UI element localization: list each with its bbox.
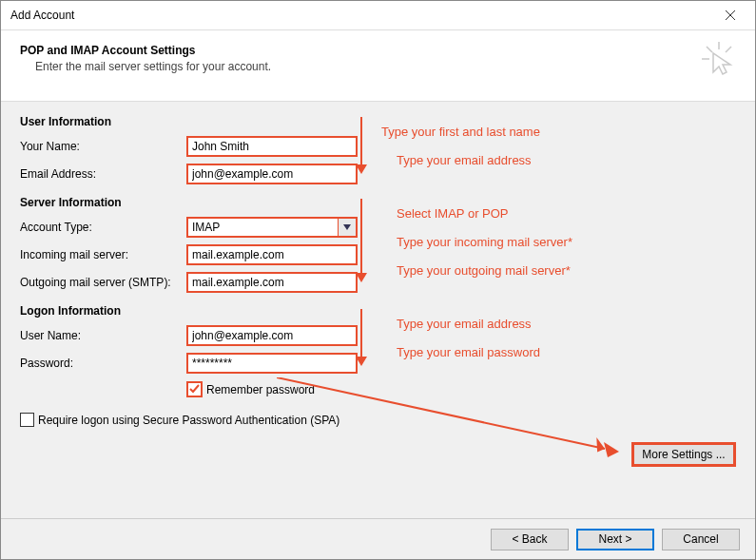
label-username: User Name:: [20, 329, 186, 342]
annot-name: Type your first and last name: [381, 125, 540, 139]
add-account-dialog: Add Account POP and IMAP Account Setting…: [0, 0, 756, 560]
cursor-icon: [700, 40, 738, 78]
titlebar: Add Account: [1, 1, 755, 30]
svg-line-5: [726, 47, 731, 52]
annot-user: Type your email address: [397, 317, 532, 331]
row-username: User Name:: [20, 323, 736, 348]
label-your-name: Your Name:: [20, 140, 186, 153]
dialog-heading: POP and IMAP Account Settings: [20, 44, 736, 57]
arrow-icon: [355, 117, 368, 174]
form-area: User Information Your Name: Email Addres…: [1, 102, 755, 427]
checkbox-spa[interactable]: [20, 413, 34, 427]
annot-type: Select IMAP or POP: [397, 206, 509, 221]
more-settings-button[interactable]: More Settings ...: [631, 442, 736, 467]
row-outgoing: Outgoing mail server (SMTP):: [20, 270, 736, 295]
row-your-name: Your Name:: [20, 134, 736, 159]
input-your-name[interactable]: [186, 136, 358, 157]
section-logon-info: Logon Information: [20, 304, 736, 318]
check-icon: [189, 384, 200, 395]
annot-incoming: Type your incoming mail server*: [397, 235, 572, 249]
input-outgoing[interactable]: [186, 272, 358, 293]
svg-line-4: [707, 47, 712, 52]
dialog-subtitle: Enter the mail server settings for your …: [35, 60, 736, 73]
label-remember: Remember password: [206, 383, 315, 396]
arrow-icon: [355, 309, 368, 366]
back-button[interactable]: < Back: [491, 529, 569, 550]
row-spa: Require logon using Secure Password Auth…: [20, 413, 736, 427]
row-incoming: Incoming mail server:: [20, 242, 736, 267]
close-icon: [726, 10, 735, 20]
row-email: Email Address:: [20, 162, 736, 186]
dialog-header: POP and IMAP Account Settings Enter the …: [1, 30, 755, 102]
label-incoming: Incoming mail server:: [20, 248, 186, 261]
chevron-down-icon: [338, 219, 356, 236]
checkbox-remember[interactable]: [186, 381, 203, 397]
more-settings-label: More Settings ...: [642, 448, 725, 461]
next-button[interactable]: Next >: [576, 529, 654, 550]
section-server-info: Server Information: [20, 196, 736, 209]
annot-email: Type your email address: [397, 153, 532, 167]
input-username[interactable]: [186, 325, 358, 346]
input-incoming[interactable]: [186, 244, 358, 265]
label-spa: Require logon using Secure Password Auth…: [38, 414, 339, 427]
arrow-icon: [355, 199, 368, 282]
input-password[interactable]: [186, 353, 358, 374]
select-account-type-value: IMAP: [192, 221, 220, 234]
dialog-body: POP and IMAP Account Settings Enter the …: [1, 30, 755, 559]
svg-marker-10: [604, 442, 619, 457]
label-outgoing: Outgoing mail server (SMTP):: [20, 276, 186, 289]
label-email: Email Address:: [20, 167, 186, 181]
dialog-footer: < Back Next > Cancel: [1, 518, 755, 559]
section-user-info: User Information: [20, 115, 736, 128]
row-remember: Remember password: [186, 381, 736, 397]
annot-outgoing: Type your outgoing mail server*: [397, 263, 571, 278]
row-account-type: Account Type: IMAP: [20, 215, 736, 240]
row-password: Password:: [20, 351, 736, 376]
label-password: Password:: [20, 357, 186, 370]
label-account-type: Account Type:: [20, 221, 186, 234]
input-email[interactable]: [186, 164, 358, 184]
select-account-type[interactable]: IMAP: [186, 217, 358, 238]
window-title: Add Account: [10, 9, 74, 22]
close-button[interactable]: [711, 2, 749, 29]
cancel-button[interactable]: Cancel: [662, 529, 740, 550]
annot-pass: Type your email password: [397, 345, 540, 359]
